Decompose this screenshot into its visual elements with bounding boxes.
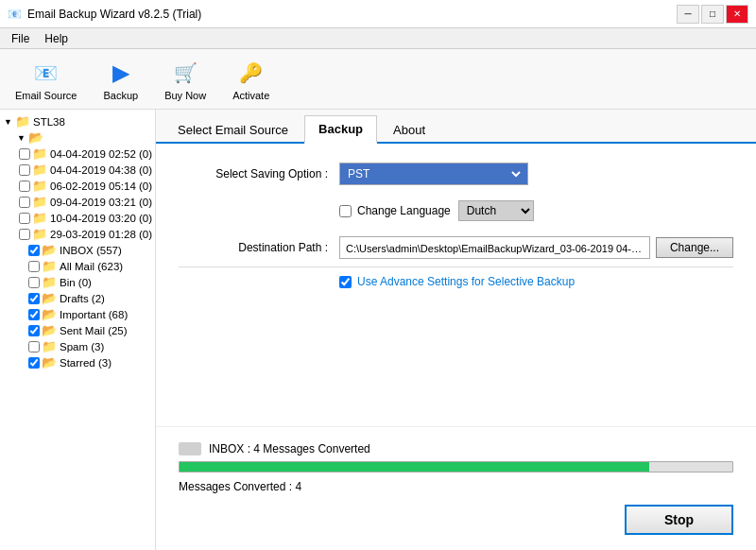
list-item[interactable]: 📁 06-02-2019 05:14 (0): [0, 178, 155, 194]
backup-button[interactable]: ▶ Backup: [95, 54, 146, 105]
item-checkbox-0[interactable]: [19, 148, 30, 160]
minimize-button[interactable]: ─: [677, 5, 699, 24]
change-language-checkbox[interactable]: [339, 205, 352, 217]
activate-icon: 🔑: [236, 58, 266, 88]
change-language-row: Change Language Dutch English: [179, 200, 733, 221]
advance-settings-checkbox[interactable]: [339, 276, 352, 288]
item-checkbox-12[interactable]: [28, 341, 40, 352]
list-item[interactable]: 📁 29-03-2019 01:28 (0): [0, 226, 155, 242]
item-checkbox-8[interactable]: [28, 277, 40, 288]
menu-help[interactable]: Help: [37, 30, 76, 47]
progress-area: INBOX : 4 Messages Converted Messages Co…: [156, 426, 756, 550]
buy-now-icon: 🛒: [170, 58, 200, 88]
buy-now-label: Buy Now: [164, 90, 206, 101]
item-checkbox-9[interactable]: [28, 293, 40, 304]
progress-label: INBOX : 4 Messages Converted: [179, 442, 733, 455]
folder-icon-11: 📂: [42, 323, 57, 337]
item-label-5: 29-03-2019 01:28 (0): [50, 229, 152, 240]
item-label-6: INBOX (557): [60, 245, 122, 256]
item-label-12: Spam (3): [60, 341, 104, 352]
email-source-label: Email Source: [15, 90, 77, 101]
saving-option-select[interactable]: PST MBOX EML: [344, 166, 524, 181]
list-item[interactable]: 📁 Spam (3): [0, 338, 155, 354]
app-icon: 📧: [8, 8, 22, 21]
change-button[interactable]: Change...: [656, 237, 733, 258]
item-label-11: Sent Mail (25): [60, 325, 128, 336]
item-checkbox-7[interactable]: [28, 261, 40, 272]
backup-icon: ▶: [106, 58, 136, 88]
activate-label: Activate: [232, 90, 269, 101]
folder-icon-5: 📁: [32, 227, 47, 241]
subroot-folder-icon: 📂: [28, 130, 43, 145]
tree-subroot[interactable]: ▼ 📂: [0, 129, 155, 146]
activate-button[interactable]: 🔑 Activate: [225, 54, 277, 105]
list-item[interactable]: 📁 09-04-2019 03:21 (0): [0, 194, 155, 210]
email-source-button[interactable]: 📧 Email Source: [8, 54, 84, 105]
folder-icon-9: 📂: [42, 291, 57, 305]
list-item[interactable]: 📁 All Mail (623): [0, 258, 155, 274]
item-checkbox-10[interactable]: [28, 309, 40, 320]
list-item[interactable]: 📂 INBOX (557): [0, 242, 155, 258]
item-label-3: 09-04-2019 03:21 (0): [50, 197, 152, 208]
destination-path-row: Destination Path : C:\Users\admin\Deskto…: [179, 236, 733, 259]
item-checkbox-2[interactable]: [19, 180, 30, 192]
item-checkbox-13[interactable]: [28, 357, 40, 369]
item-checkbox-5[interactable]: [19, 229, 30, 240]
saving-option-label: Select Saving Option :: [179, 167, 339, 180]
folder-icon-13: 📂: [42, 355, 57, 370]
root-toggle[interactable]: ▼: [4, 117, 15, 127]
language-select[interactable]: Dutch English: [458, 200, 534, 221]
folder-icon-3: 📁: [32, 195, 47, 209]
progress-label-text: INBOX : 4 Messages Converted: [209, 442, 370, 455]
folder-icon-1: 📁: [32, 163, 47, 177]
subroot-toggle[interactable]: ▼: [17, 133, 28, 143]
item-checkbox-3[interactable]: [19, 197, 30, 208]
stop-button[interactable]: Stop: [625, 505, 733, 535]
tab-about[interactable]: About: [379, 116, 439, 144]
list-item[interactable]: 📂 Drafts (2): [0, 290, 155, 306]
item-checkbox-4[interactable]: [19, 213, 30, 224]
main-layout: ▼ 📁 STL38 ▼ 📂 📁 04-04-2019 02:52 (0) 📁 0…: [0, 110, 756, 550]
destination-path-value: C:\Users\admin\Desktop\EmailBackupWizard…: [339, 236, 650, 259]
saving-option-control: PST MBOX EML: [339, 163, 528, 185]
progress-bar-fill: [180, 462, 649, 472]
item-checkbox-11[interactable]: [28, 325, 40, 336]
folder-icon-0: 📁: [32, 146, 47, 161]
list-item[interactable]: 📁 04-04-2019 02:52 (0): [0, 146, 155, 162]
saving-option-select-box[interactable]: PST MBOX EML: [339, 163, 528, 185]
sidebar: ▼ 📁 STL38 ▼ 📂 📁 04-04-2019 02:52 (0) 📁 0…: [0, 110, 156, 550]
destination-path-label: Destination Path :: [179, 241, 339, 254]
list-item[interactable]: 📁 Bin (0): [0, 274, 155, 290]
tree-root[interactable]: ▼ 📁 STL38: [0, 113, 155, 129]
item-label-7: All Mail (623): [60, 261, 123, 272]
advance-settings-link[interactable]: Use Advance Settings for Selective Backu…: [357, 275, 575, 288]
list-item[interactable]: 📂 Starred (3): [0, 354, 155, 370]
saving-option-row: Select Saving Option : PST MBOX EML: [179, 163, 733, 185]
list-item[interactable]: 📂 Important (68): [0, 306, 155, 322]
menu-file[interactable]: File: [4, 30, 37, 47]
tab-backup[interactable]: Backup: [304, 115, 377, 144]
item-label-8: Bin (0): [60, 277, 92, 288]
buy-now-button[interactable]: 🛒 Buy Now: [157, 54, 214, 105]
folder-icon-2: 📁: [32, 179, 47, 193]
tab-bar: Select Email Source Backup About: [156, 110, 756, 144]
folder-icon-10: 📂: [42, 307, 57, 321]
maximize-button[interactable]: □: [701, 5, 724, 24]
root-label: STL38: [33, 116, 65, 128]
tab-select-email-source[interactable]: Select Email Source: [163, 116, 302, 144]
stop-btn-row: Stop: [179, 505, 733, 535]
toolbar: 📧 Email Source ▶ Backup 🛒 Buy Now 🔑 Acti…: [0, 49, 756, 110]
item-label-10: Important (68): [60, 309, 128, 320]
folder-icon-8: 📁: [42, 275, 57, 289]
item-checkbox-6[interactable]: [28, 245, 40, 256]
close-button[interactable]: ✕: [726, 5, 748, 24]
email-source-icon: 📧: [31, 58, 61, 88]
item-checkbox-1[interactable]: [19, 164, 30, 176]
advance-settings-row: Use Advance Settings for Selective Backu…: [339, 275, 733, 288]
root-folder-icon: 📁: [15, 114, 30, 129]
list-item[interactable]: 📁 04-04-2019 04:38 (0): [0, 162, 155, 178]
list-item[interactable]: 📁 10-04-2019 03:20 (0): [0, 210, 155, 226]
item-label-4: 10-04-2019 03:20 (0): [50, 213, 152, 224]
list-item[interactable]: 📂 Sent Mail (25): [0, 322, 155, 338]
item-label-2: 06-02-2019 05:14 (0): [50, 180, 152, 192]
